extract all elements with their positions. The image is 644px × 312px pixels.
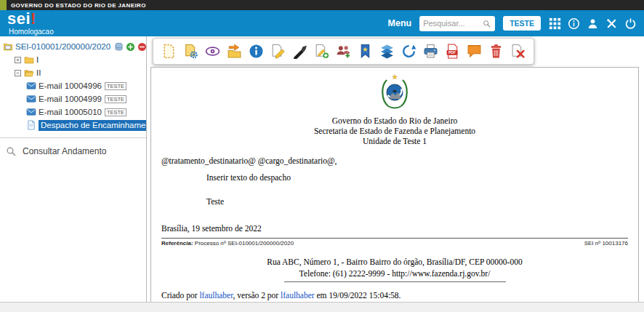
add-annotation-button[interactable] bbox=[313, 42, 331, 60]
system-tools-icon[interactable] bbox=[605, 17, 618, 30]
document-permissions-button[interactable] bbox=[182, 42, 200, 60]
about-info-icon[interactable] bbox=[568, 17, 580, 30]
reference-text: Referência: Processo nº SEI-010001/20000… bbox=[161, 240, 294, 247]
reference-label: Referência: bbox=[161, 240, 193, 247]
document-page-icon bbox=[26, 120, 36, 130]
creator-middle: , versão 2 por bbox=[233, 291, 281, 300]
assign-users-button[interactable] bbox=[334, 42, 353, 60]
unit-badge: TESTE bbox=[105, 108, 126, 116]
environment-label: Homologacao bbox=[9, 28, 54, 36]
sei-logo-block[interactable]: sei! Homologacao bbox=[7, 11, 54, 36]
expand-toggle-icon[interactable]: + bbox=[15, 57, 21, 63]
government-bar-label: GOVERNO DO ESTADO DO RIO DE JANEIRO bbox=[11, 2, 146, 9]
delete-document-button[interactable] bbox=[487, 42, 505, 60]
global-search[interactable] bbox=[419, 16, 495, 31]
document-preview: Governo do Estado do Rio de Janeiro Secr… bbox=[150, 67, 639, 304]
document-versions-button[interactable] bbox=[378, 42, 396, 60]
cancel-document-button[interactable] bbox=[509, 42, 527, 60]
tree-document-selected[interactable]: Despacho de Encaminhamento de bbox=[0, 119, 146, 132]
include-document-button[interactable] bbox=[160, 42, 178, 60]
add-comment-button[interactable] bbox=[465, 42, 483, 60]
sign-document-button[interactable] bbox=[291, 42, 309, 60]
unit-selector-button[interactable]: TESTE bbox=[503, 16, 541, 31]
creation-info-line: Criado por lfaulhaber, versão 2 por lfau… bbox=[161, 291, 628, 300]
process-root-row[interactable]: SEI-010001/200000/2020 bbox=[0, 40, 146, 53]
folder-label[interactable]: II bbox=[36, 68, 41, 77]
envelope-icon bbox=[26, 94, 36, 104]
view-document-button[interactable] bbox=[204, 42, 222, 60]
collapse-toggle-icon[interactable]: − bbox=[15, 70, 21, 76]
org-line: Governo do Estado do Rio de Janeiro bbox=[161, 116, 628, 126]
document-label[interactable]: E-mail 10004996 bbox=[39, 81, 102, 90]
salutation-line: @tratamento_destinatario@ @cargo_destina… bbox=[161, 156, 628, 165]
org-line: Secretaria de Estado de Fazenda e Planej… bbox=[161, 126, 628, 136]
process-tree-panel: SEI-010001/200000/2020 + I − II E-mail 1… bbox=[0, 36, 147, 302]
magnifier-icon bbox=[6, 146, 16, 156]
rio-de-janeiro-coat-of-arms-icon bbox=[161, 68, 628, 113]
government-brand-chip bbox=[0, 0, 7, 10]
government-bar: GOVERNO DO ESTADO DO RIO DE JANEIRO bbox=[0, 0, 644, 10]
add-circle-icon[interactable] bbox=[126, 42, 135, 52]
header-icons bbox=[549, 17, 637, 30]
creator-suffix: em 19/09/2022 15:04:58. bbox=[315, 291, 401, 300]
unit-badge: TESTE bbox=[105, 82, 126, 90]
edit-content-button[interactable] bbox=[269, 42, 287, 60]
document-letterhead: Governo do Estado do Rio de Janeiro Secr… bbox=[161, 116, 628, 146]
folder-open-icon[interactable] bbox=[24, 68, 34, 78]
reference-value: Processo nº SEI-010001/200000/2020 bbox=[193, 240, 294, 247]
creator-prefix: Criado por bbox=[161, 291, 199, 300]
body-paragraph: Teste bbox=[161, 197, 628, 206]
credentials-stack-icon[interactable] bbox=[114, 42, 124, 52]
generate-pdf-button[interactable]: PDF bbox=[443, 42, 462, 60]
user-profile-icon[interactable] bbox=[587, 17, 599, 30]
sei-logo-accent: ! bbox=[31, 9, 36, 28]
document-info-button[interactable] bbox=[247, 42, 265, 60]
envelope-icon bbox=[26, 81, 36, 91]
reference-row: Referência: Processo nº SEI-010001/20000… bbox=[161, 238, 628, 247]
folder-closed-icon[interactable] bbox=[24, 55, 34, 65]
org-line: Unidade de Teste 1 bbox=[161, 136, 628, 146]
folder-label[interactable]: I bbox=[36, 55, 39, 64]
document-toolbar: PDF bbox=[153, 38, 534, 65]
consult-progress-link[interactable]: Consultar Andamento bbox=[0, 138, 146, 156]
remove-circle-icon[interactable] bbox=[137, 42, 147, 52]
add-bookmark-button[interactable] bbox=[356, 42, 374, 60]
creator-user-link[interactable]: lfaulhaber bbox=[199, 291, 233, 300]
horizontal-scrollbar[interactable] bbox=[0, 302, 644, 312]
envelope-icon bbox=[26, 107, 36, 117]
consult-progress-label[interactable]: Consultar Andamento bbox=[23, 146, 106, 156]
version-history-button[interactable] bbox=[400, 42, 418, 60]
creator-user-link[interactable]: lfaulhaber bbox=[281, 291, 315, 300]
document-label[interactable]: E-mail 10004999 bbox=[39, 95, 102, 103]
tree-document-email[interactable]: E-mail 10004996 TESTE bbox=[0, 79, 146, 92]
address-line: Rua ABC, Número 1, - Bairro Bairro do ór… bbox=[161, 256, 628, 268]
dateline: Brasília, 19 setembro de 2022 bbox=[161, 224, 628, 233]
app-header: sei! Homologacao Menu TESTE bbox=[0, 10, 644, 36]
tree-folder-collapsed[interactable]: + I bbox=[0, 53, 146, 66]
body-paragraph: Inserir texto do despacho bbox=[161, 173, 628, 182]
document-label[interactable]: E-mail 10005010 bbox=[39, 108, 102, 116]
tree-folder-expanded[interactable]: − II bbox=[0, 66, 146, 79]
logout-power-icon[interactable] bbox=[624, 17, 637, 30]
print-document-button[interactable] bbox=[422, 42, 440, 60]
phone-line: Telefone: (61) 2222-9999 - http://www.fa… bbox=[161, 268, 628, 279]
sei-logo[interactable]: sei! bbox=[7, 11, 54, 27]
footer-rule bbox=[284, 281, 506, 282]
selected-document-label[interactable]: Despacho de Encaminhamento de bbox=[39, 120, 146, 131]
unit-badge: TESTE bbox=[105, 95, 126, 103]
footer-address-block: Rua ABC, Número 1, - Bairro Bairro do ór… bbox=[161, 256, 628, 282]
tree-document-email[interactable]: E-mail 10005010 TESTE bbox=[0, 105, 146, 119]
move-document-button[interactable] bbox=[225, 42, 243, 60]
svg-text:PDF: PDF bbox=[448, 50, 456, 55]
process-number-link[interactable]: SEI-010001/200000/2020 bbox=[15, 42, 110, 51]
tree-document-email[interactable]: E-mail 10004999 TESTE bbox=[0, 92, 146, 105]
apps-grid-icon[interactable] bbox=[549, 17, 561, 30]
header-actions: Menu TESTE bbox=[388, 16, 637, 31]
process-icon bbox=[3, 41, 13, 52]
search-icon[interactable] bbox=[483, 20, 491, 28]
sei-number: SEI nº 10013176 bbox=[584, 240, 628, 247]
search-input[interactable] bbox=[423, 19, 483, 28]
menu-button[interactable]: Menu bbox=[388, 18, 412, 28]
